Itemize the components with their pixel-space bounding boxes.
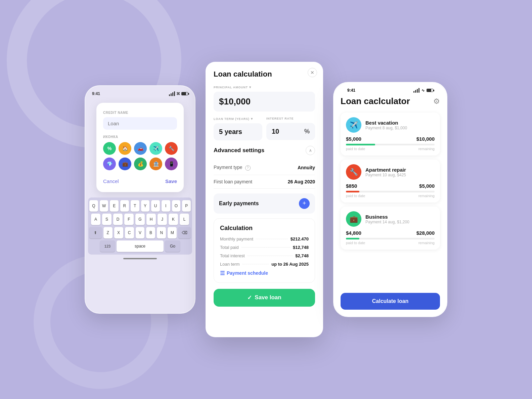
- screen3-loan-list: 9:41 ∿ Loan caclculator ⚙: [333, 82, 447, 317]
- key-x[interactable]: X: [114, 227, 123, 238]
- progress-fill-business: [346, 238, 359, 239]
- icons-label: ИКОНКА: [103, 135, 177, 139]
- advanced-settings-row: Advanced settings ∧: [214, 146, 315, 155]
- key-d[interactable]: D: [113, 214, 123, 225]
- loan-name-input[interactable]: [103, 117, 177, 130]
- key-u[interactable]: U: [151, 200, 160, 212]
- key-backspace[interactable]: ⌫: [178, 227, 191, 238]
- key-q[interactable]: Q: [89, 200, 98, 212]
- close-button[interactable]: ✕: [308, 68, 317, 77]
- key-k[interactable]: K: [169, 214, 178, 225]
- advanced-settings-label: Advanced settings: [214, 147, 264, 154]
- dots-1: [256, 239, 288, 239]
- key-f[interactable]: F: [124, 214, 134, 225]
- cancel-button[interactable]: Cancel: [103, 178, 119, 184]
- key-z[interactable]: Z: [103, 227, 113, 238]
- loan-card-repair[interactable]: 🔧 Apartment repair Payment 10 aug, $425 …: [341, 160, 440, 203]
- monthly-payment-row: Monthly payment $212.470: [220, 236, 309, 241]
- icon-wrench[interactable]: 🔧: [165, 142, 178, 155]
- key-a[interactable]: A: [91, 214, 100, 225]
- loan-term-col: LOAN TERM (YEARS) ▾ 5 years: [214, 117, 262, 140]
- loan-card-repair-header: 🔧 Apartment repair Payment 10 aug, $425: [346, 164, 435, 180]
- key-m[interactable]: M: [168, 227, 177, 238]
- total-paid-label: Total paid: [220, 245, 239, 250]
- key-b[interactable]: B: [146, 227, 155, 238]
- loan-term-calc-label: Loan term: [220, 262, 240, 267]
- loan-info-repair: Apartment repair Payment 10 aug, $425: [365, 167, 406, 177]
- payment-type-value: Annuity: [298, 165, 315, 170]
- loan-amounts-repair: $850 $5,000: [346, 183, 435, 189]
- save-button[interactable]: Save: [165, 178, 177, 184]
- progress-fill-repair: [346, 191, 359, 192]
- loan-name-vacation: Best vacation: [365, 120, 407, 126]
- key-shift[interactable]: ⬆: [89, 227, 102, 238]
- battery-icon-3: [427, 89, 433, 92]
- loan-card-business[interactable]: 💼 Business Payment 14 aug, $1,200 $4,800…: [341, 207, 440, 250]
- loan-remaining-repair: $5,000: [419, 183, 435, 189]
- loan-info-vacation: Best vacation Payment 8 aug, $1,000: [365, 120, 407, 130]
- icon-car[interactable]: 🚗: [134, 142, 147, 155]
- key-l[interactable]: L: [180, 214, 189, 225]
- screen2-title: Loan calculation: [214, 70, 315, 79]
- progress-fill-vacation: [346, 144, 375, 145]
- key-p[interactable]: P: [182, 200, 191, 212]
- total-interest-value: $2,748: [295, 253, 309, 258]
- key-s[interactable]: S: [102, 214, 112, 225]
- icon-home[interactable]: 🏠: [119, 142, 131, 155]
- key-t[interactable]: T: [131, 200, 139, 212]
- key-h[interactable]: H: [146, 214, 156, 225]
- loan-payment-business: Payment 14 aug, $1,200: [365, 220, 409, 224]
- key-g[interactable]: G: [135, 214, 145, 225]
- schedule-icon: ☰: [220, 270, 225, 276]
- wifi-icon-3: ∿: [422, 88, 425, 93]
- principal-label: PRINCIPAL AMOUNT ▾: [214, 85, 315, 89]
- screen3-inner: 9:41 ∿ Loan caclculator ⚙: [334, 83, 447, 316]
- loan-remaining-vacation: $10,000: [416, 136, 435, 142]
- icon-plane[interactable]: ✈️: [149, 142, 162, 155]
- add-early-payment-button[interactable]: +: [299, 198, 310, 209]
- key-e[interactable]: E: [110, 200, 119, 212]
- icon-bank[interactable]: 🏦: [149, 158, 162, 170]
- checkmark-icon: ✓: [247, 294, 252, 301]
- calculate-loan-button[interactable]: Calculate loan: [341, 293, 440, 310]
- loan-term-label: LOAN TERM (YEARS) ▾: [214, 117, 262, 121]
- status-icons-1: ⌘: [169, 91, 188, 96]
- loan-term-input[interactable]: 5 years: [214, 123, 262, 140]
- key-123[interactable]: 123: [100, 240, 115, 252]
- principal-amount-display[interactable]: $10,000: [214, 92, 315, 112]
- first-payment-value: 26 Aug 2020: [288, 179, 315, 184]
- chevron-up-button[interactable]: ∧: [306, 146, 315, 155]
- icon-briefcase[interactable]: 💼: [119, 158, 131, 170]
- progress-bg-business: [346, 238, 435, 239]
- keyboard-row-4: 123 space Go: [89, 240, 191, 252]
- icon-percent[interactable]: %: [103, 142, 116, 155]
- key-space[interactable]: space: [117, 240, 164, 252]
- key-n[interactable]: N: [157, 227, 166, 238]
- key-j[interactable]: J: [158, 214, 167, 225]
- help-icon[interactable]: ?: [245, 165, 251, 171]
- key-v[interactable]: V: [136, 227, 145, 238]
- key-y[interactable]: Y: [141, 200, 150, 212]
- monthly-payment-value: $212.470: [291, 236, 309, 241]
- icon-diamond[interactable]: 💎: [103, 158, 116, 170]
- screen2-loan-calc: ✕ Loan calculation PRINCIPAL AMOUNT ▾ $1…: [206, 62, 323, 337]
- interest-rate-input[interactable]: 10 %: [266, 123, 315, 140]
- save-loan-button[interactable]: ✓ Save loan: [214, 289, 315, 307]
- key-r[interactable]: R: [120, 200, 129, 212]
- key-go[interactable]: Go: [165, 240, 180, 252]
- key-i[interactable]: I: [162, 200, 170, 212]
- battery-icon: [181, 92, 188, 95]
- payment-schedule-link[interactable]: ☰ Payment schedule: [220, 270, 309, 276]
- interest-rate-col: INTEREST RATE 10 %: [266, 117, 315, 140]
- loan-icon-vacation: ✈️: [346, 117, 361, 133]
- dots-3: [248, 256, 293, 256]
- key-c[interactable]: C: [125, 227, 134, 238]
- key-w[interactable]: W: [100, 200, 108, 212]
- progress-bg-repair: [346, 191, 435, 192]
- icon-phone[interactable]: 📱: [165, 158, 178, 170]
- loan-card-vacation[interactable]: ✈️ Best vacation Payment 8 aug, $1,000 $…: [341, 113, 440, 156]
- icon-money[interactable]: 💰: [134, 158, 147, 170]
- key-o[interactable]: O: [172, 200, 181, 212]
- gear-icon[interactable]: ⚙: [433, 97, 440, 106]
- loan-name-repair: Apartment repair: [365, 167, 406, 173]
